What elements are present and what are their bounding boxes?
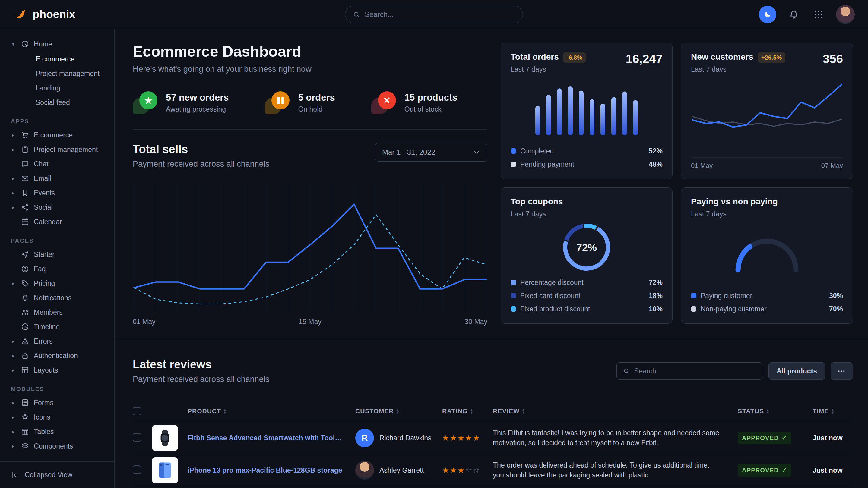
topbar-actions [759,5,855,24]
card-value: 356 [823,52,843,66]
theme-toggle-button[interactable] [759,6,776,23]
sidebar-item-pricing[interactable]: ▸Pricing [8,276,106,291]
table-icon [21,427,29,436]
sidebar-item-icons[interactable]: ▸Icons [8,410,106,424]
sidebar-item-authentication[interactable]: ▸Authentication [8,349,106,363]
new-customers-chart [691,73,843,156]
sidebar-item-calendar[interactable]: Calendar [8,215,106,229]
brand[interactable]: phoenix [13,7,75,22]
sidebar-subitem-project-management[interactable]: Project management [8,66,106,81]
apps-grid-button[interactable] [811,7,826,22]
sidebar-item-social[interactable]: ▸Social [8,200,106,215]
row-checkbox[interactable] [133,465,141,474]
card-title: New customers [691,52,753,62]
chevron-down-icon [473,148,480,156]
sidebar-item-forms[interactable]: ▸Forms [8,395,106,410]
sidebar-item-tables[interactable]: ▸Tables [8,424,106,439]
sidebar-item-members[interactable]: Members [8,305,106,320]
sort-icon[interactable]: ▴▾ [470,409,473,414]
stat-caption: On hold [298,105,335,113]
clipboard-icon [21,145,29,154]
date-range-select[interactable]: Mar 1 - 31, 2022 [375,143,487,162]
sidebar-item-components[interactable]: ▸Components [8,439,106,453]
app-root: phoenix ▾ Home [0,0,868,488]
sidebar-section: PAGESStarterFaq▸PricingNotificationsMemb… [8,237,106,378]
product-image-smartwatch[interactable] [152,425,178,451]
reviews-controls: All products ⋯ [617,362,853,380]
sort-icon[interactable]: ▴▾ [522,409,525,414]
global-search-input[interactable] [365,10,516,19]
all-products-button[interactable]: All products [769,362,825,380]
sidebar-item-label: Layouts [34,366,58,375]
sort-icon[interactable]: ▴▾ [832,409,834,414]
total-sells-subtitle: Payment received across all channels [133,159,269,169]
sidebar-item-errors[interactable]: ▸Errors [8,334,106,349]
legend-item: Completed52% [510,145,662,157]
select-all-checkbox[interactable] [133,407,141,415]
sidebar-item-label: Authentication [34,352,78,360]
sidebar-item-timeline[interactable]: Timeline [8,320,106,334]
product-link[interactable]: iPhone 13 pro max-Pacific Blue-128GB sto… [188,466,355,475]
sidebar-subitem-social-feed[interactable]: Social feed [8,95,106,110]
x-tick: 01 May [691,162,713,170]
change-badge: -6.8% [563,53,586,63]
layout-icon [21,366,29,375]
sidebar-item-e-commerce[interactable]: ▸E commerce [8,128,106,142]
customer-cell[interactable]: Ashley Garrett [355,461,442,480]
pie-chart-icon [21,40,29,48]
sidebar-section-title: APPS [11,118,106,125]
card-period: Last 7 days [691,210,778,218]
legend-value: 72% [649,279,662,287]
sidebar-item-chat[interactable]: Chat [8,157,106,171]
more-options-button[interactable]: ⋯ [831,362,853,380]
sidebar-item-email[interactable]: ▸Email [8,171,106,186]
row-checkbox[interactable] [133,433,141,442]
stat-value: 5 orders [298,92,335,103]
sidebar: ▾ Home E commerceProject managementLandi… [0,29,115,488]
sidebar-item-label: Components [34,442,73,450]
apps-grid-icon [813,9,824,20]
caret-right-icon: ▸ [10,190,16,196]
collapsed-view-toggle[interactable]: Collapsed View [0,461,114,488]
caret-right-icon: ▸ [10,132,16,138]
customer-cell[interactable]: RRichard Dawkins [355,429,442,447]
sort-icon[interactable]: ▴▾ [224,409,226,414]
caret-right-icon: ▸ [10,338,16,345]
sort-icon[interactable]: ▴▾ [767,409,769,414]
customer-name: Richard Dawkins [379,434,432,442]
card-value: 16,247 [626,52,662,66]
collapse-icon [11,471,19,479]
sidebar-item-faq[interactable]: Faq [8,262,106,276]
card-period: Last 7 days [510,65,586,73]
reviews-search[interactable] [617,362,763,380]
paying-gauge-chart [691,218,843,290]
bell-icon [21,294,29,302]
sidebar-item-layouts[interactable]: ▸Layouts [8,363,106,378]
sidebar-subitem-landing[interactable]: Landing [8,81,106,95]
sidebar-item-events[interactable]: ▸Events [8,186,106,200]
customer-avatar-photo [355,461,374,480]
caret-right-icon: ▸ [10,280,16,287]
sidebar-subitem-e-commerce[interactable]: E commerce [8,52,106,66]
main-content: Ecommerce Dashboard Here's what's going … [115,29,868,488]
product-image-iphone[interactable] [152,457,178,483]
notifications-button[interactable] [786,7,801,22]
cart-icon [21,131,29,139]
sidebar-item-project-management[interactable]: ▸Project management [8,142,106,157]
column-time: TIME [812,408,829,415]
user-avatar[interactable] [836,5,855,24]
product-link[interactable]: Fitbit Sense Advanced Smartwatch with To… [188,434,355,442]
legend-value: 52% [649,147,662,155]
sidebar-item-starter[interactable]: Starter [8,247,106,262]
sidebar-item-label: Home [34,40,52,48]
dashboard-top-region: Ecommerce Dashboard Here's what's going … [115,29,868,340]
global-search[interactable] [345,6,523,23]
sidebar-item-notifications[interactable]: Notifications [8,291,106,305]
sidebar-item-label: Chat [34,160,49,168]
page-title: Ecommerce Dashboard [133,43,487,60]
page-subtitle: Here's what's going on at your business … [133,65,487,74]
sidebar-item-home[interactable]: ▾ Home [8,37,106,51]
sort-icon[interactable]: ▴▾ [397,409,399,414]
table-header: PRODUCT▴▾ CUSTOMER▴▾ RATING▴▾ REVIEW▴▾ S… [133,400,853,422]
reviews-search-input[interactable] [634,367,757,375]
